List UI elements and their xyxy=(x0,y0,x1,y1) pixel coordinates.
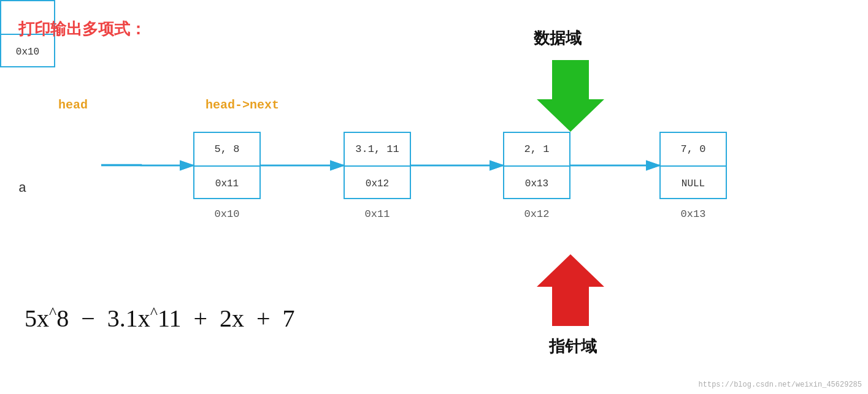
ptr-domain-label: 指针域 xyxy=(549,336,597,357)
node-2: 3.1, 11 0x12 xyxy=(344,132,411,199)
page-title: 打印输出多项式： xyxy=(18,18,146,40)
node-2-bottom: 0x12 xyxy=(345,167,410,200)
watermark: https://blog.csdn.net/weixin_45629285 xyxy=(699,381,862,389)
node-a-bottom: 0x10 xyxy=(1,35,54,69)
head-next-label: head->next xyxy=(205,98,279,112)
node-3-addr: 0x12 xyxy=(503,208,570,220)
page: 打印输出多项式： head head->next a 0x10 5, 8 0x1… xyxy=(0,0,868,394)
node-3: 2, 1 0x13 xyxy=(503,132,570,199)
node-1-bottom: 0x11 xyxy=(194,167,259,200)
data-domain-label: 数据域 xyxy=(534,28,582,49)
node-3-top: 2, 1 xyxy=(504,133,569,167)
node-2-top: 3.1, 11 xyxy=(345,133,410,167)
red-up-arrow xyxy=(543,257,598,325)
head-label: head xyxy=(58,98,88,112)
a-label: a xyxy=(18,181,26,196)
node-4-addr: 0x13 xyxy=(659,208,727,220)
arrow-a-to-1 xyxy=(101,165,193,165)
node-4-bottom: NULL xyxy=(661,167,726,200)
node-3-bottom: 0x13 xyxy=(504,167,569,200)
arrows-svg xyxy=(0,0,868,394)
node-4: 7, 0 NULL xyxy=(659,132,727,199)
node-1: 5, 8 0x11 xyxy=(193,132,261,199)
node-1-addr: 0x10 xyxy=(193,208,261,220)
node-4-top: 7, 0 xyxy=(661,133,726,167)
node-2-addr: 0x11 xyxy=(344,208,411,220)
green-down-arrow xyxy=(543,61,598,129)
formula: 5x^8 − 3.1x^11 + 2x + 7 xyxy=(25,304,295,333)
node-1-top: 5, 8 xyxy=(194,133,259,167)
